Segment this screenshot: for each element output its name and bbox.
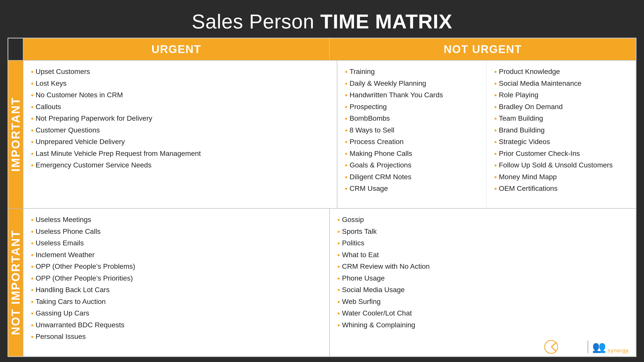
list-item: •Web Surfing (337, 296, 628, 308)
bullet-icon: • (345, 113, 348, 125)
item-text: Money Mind Mapp (499, 171, 557, 182)
item-text: Web Surfing (342, 296, 381, 307)
item-text: Politics (342, 238, 365, 248)
bullet-icon: • (31, 320, 34, 331)
list-item: •Bradley On Demand (494, 101, 628, 113)
bullet-icon: • (337, 320, 340, 331)
bullet-icon: • (494, 101, 497, 113)
item-text: Handwritten Thank You Cards (350, 89, 443, 100)
dealer-synergy-logo: 👥 Dealer synergy. (592, 340, 631, 353)
list-item: •Politics (337, 238, 628, 249)
bullet-icon: • (31, 273, 34, 285)
bullet-icon: • (345, 136, 348, 148)
item-text: Social Media Maintenance (499, 78, 581, 89)
list-item: •Goals & Projections (345, 160, 479, 171)
item-text: Unprepared Vehicle Delivery (36, 136, 125, 147)
list-item: •OEM Certifications (494, 183, 628, 195)
bullet-icon: • (31, 136, 34, 148)
not-important-row: NOT IMPORTANT •Useless Meetings•Useless … (8, 208, 636, 356)
item-text: Last Minute Vehicle Prep Request from Ma… (36, 148, 201, 159)
item-text: CRM Usage (350, 183, 388, 194)
header-spacer (8, 38, 23, 60)
list-item: •Unprepared Vehicle Delivery (31, 136, 329, 148)
bullet-icon: • (31, 308, 34, 320)
item-text: Emergency Customer Service Needs (36, 160, 152, 170)
bullet-icon: • (31, 249, 34, 261)
list-item: •Whining & Complaining (337, 320, 628, 331)
item-text: Making Phone Calls (350, 148, 412, 159)
matrix-header: URGENT NOT URGENT (8, 38, 636, 60)
important-row: IMPORTANT •Upset Customers•Lost Keys•No … (8, 60, 636, 208)
list-item: •Lost Keys (31, 78, 329, 90)
bullet-icon: • (31, 78, 34, 90)
not-urgent-header: NOT URGENT (329, 38, 636, 60)
list-item: •Useless Meetings (31, 214, 322, 226)
list-item: •Team Building (494, 113, 628, 125)
bullet-icon: • (337, 284, 340, 296)
list-item: •Taking Cars to Auction (31, 296, 322, 308)
bullet-icon: • (494, 160, 497, 171)
list-item: •Prospecting (345, 101, 479, 113)
item-text: Process Creation (350, 136, 404, 147)
list-item: •Diligent CRM Notes (345, 171, 479, 183)
item-text: Taking Cars to Auction (36, 296, 106, 307)
list-item: •Handwritten Thank You Cards (345, 89, 479, 101)
dealer-text: Dealer synergy. (608, 340, 631, 353)
item-text: Not Preparing Paperwork for Delivery (36, 113, 152, 124)
bullet-icon: • (345, 101, 348, 113)
bullet-icon: • (337, 296, 340, 308)
list-item: •What to Eat (337, 249, 628, 261)
list-item: •Last Minute Vehicle Prep Request from M… (31, 148, 329, 160)
list-item: •8 Ways to Sell (345, 125, 479, 137)
bullet-icon: • (494, 89, 497, 101)
list-item: •Handling Back Lot Cars (31, 284, 322, 296)
cell-important-urgent: •Upset Customers•Lost Keys•No Customer N… (23, 61, 337, 208)
cell-important-not-urgent-col1: •Training•Daily & Weekly Planning•Handwr… (337, 61, 487, 208)
svg-line-3 (551, 347, 556, 351)
list-item: •Process Creation (345, 136, 479, 148)
list-item: •Sports Talk (337, 226, 628, 238)
list-item: •Role Playing (494, 89, 628, 101)
list-item: •Callouts (31, 101, 329, 113)
item-text: Phone Usage (342, 273, 385, 284)
list-item: •Inclement Weather (31, 249, 322, 261)
matrix-container: URGENT NOT URGENT IMPORTANT •Upset Custo… (8, 38, 636, 357)
item-text: Training (350, 66, 375, 77)
bullet-icon: • (31, 148, 34, 160)
list-item: •Phone Usage (337, 273, 628, 285)
bullet-icon: • (494, 125, 497, 137)
bullet-icon: • (31, 113, 34, 125)
kb-icon (544, 340, 558, 354)
bullet-icon: • (337, 308, 340, 320)
title-area: Sales Person TIME MATRIX (8, 5, 636, 38)
list-item: •Money Mind Mapp (494, 171, 628, 183)
bullet-icon: • (337, 261, 340, 273)
list-item: •Strategic Videos (494, 136, 628, 148)
item-text: Upset Customers (36, 66, 90, 77)
bullet-icon: • (494, 78, 497, 90)
list-item: •Gassing Up Cars (31, 308, 322, 320)
list-item: •BombBombs (345, 113, 479, 125)
bullet-icon: • (31, 66, 34, 78)
bullet-icon: • (337, 226, 340, 238)
logo-separator (588, 341, 588, 353)
list-item: •Personal Issues (31, 331, 322, 343)
bullet-icon: • (31, 226, 34, 238)
item-text: Lost Keys (36, 78, 67, 89)
cell-not-important-urgent: •Useless Meetings•Useless Phone Calls•Us… (23, 209, 329, 356)
list-item: •OPP (Other People’s Problems) (31, 261, 322, 273)
bullet-icon: • (31, 125, 34, 137)
item-text: What to Eat (342, 249, 379, 260)
item-text: Team Building (499, 113, 543, 124)
item-text: Inclement Weather (36, 249, 95, 260)
footer-logos: KB METHOD 👥 Dealer synergy. (544, 340, 631, 354)
list-item: •CRM Usage (345, 183, 479, 195)
list-item: •OPP (Other People’s Priorities) (31, 273, 322, 285)
item-text: Role Playing (499, 89, 538, 100)
item-text: Personal Issues (36, 331, 86, 342)
list-item: •Upset Customers (31, 66, 329, 78)
cell-important-not-urgent-col2: •Product Knowledge•Social Media Maintena… (487, 61, 636, 208)
bullet-icon: • (494, 171, 497, 183)
list-item: •No Customer Notes in CRM (31, 89, 329, 101)
bullet-icon: • (345, 78, 348, 90)
